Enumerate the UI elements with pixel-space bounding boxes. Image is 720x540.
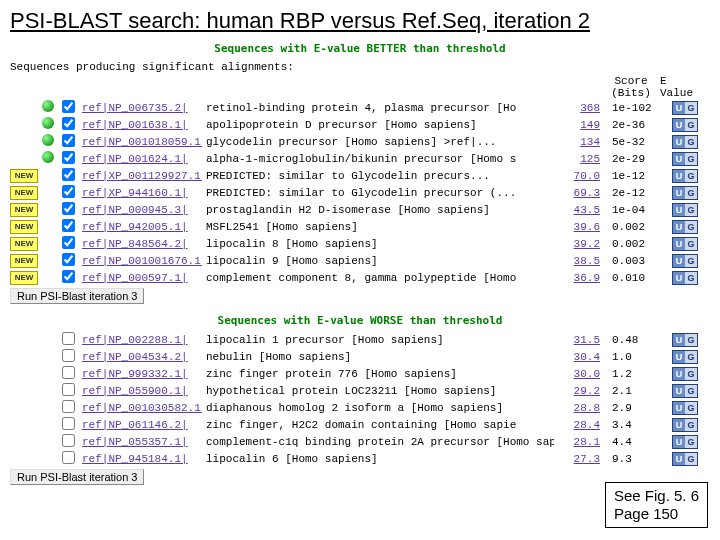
score-link[interactable]: 30.4: [558, 351, 608, 363]
evalue: 0.003: [612, 255, 668, 267]
run-iteration-button-2[interactable]: Run PSI-Blast iteration 3: [10, 469, 144, 485]
accession-link[interactable]: ref|NP_000597.1|: [82, 272, 202, 284]
accession-link[interactable]: ref|NP_004534.2|: [82, 351, 202, 363]
score-link[interactable]: 28.8: [558, 402, 608, 414]
score-link[interactable]: 28.1: [558, 436, 608, 448]
unigene-badge[interactable]: UG: [672, 169, 698, 183]
unigene-badge[interactable]: UG: [672, 101, 698, 115]
score-link[interactable]: 39.2: [558, 238, 608, 250]
score-link[interactable]: 134: [558, 136, 608, 148]
include-checkbox[interactable]: [62, 366, 75, 379]
unigene-badge[interactable]: UG: [672, 367, 698, 381]
score-link[interactable]: 39.6: [558, 221, 608, 233]
score-link[interactable]: 38.5: [558, 255, 608, 267]
include-checkbox[interactable]: [62, 270, 75, 283]
accession-link[interactable]: ref|XP_001129927.1|: [82, 170, 202, 182]
include-checkbox[interactable]: [62, 151, 75, 164]
unigene-badge[interactable]: UG: [672, 350, 698, 364]
include-checkbox[interactable]: [62, 117, 75, 130]
score-link[interactable]: 30.0: [558, 368, 608, 380]
unigene-badge[interactable]: UG: [672, 203, 698, 217]
accession-link[interactable]: ref|XP_944160.1|: [82, 187, 202, 199]
description: lipocalin 6 [Homo sapiens]: [206, 453, 554, 465]
unigene-badge[interactable]: UG: [672, 418, 698, 432]
evalue: 4.4: [612, 436, 668, 448]
hit-dot-icon: [42, 134, 54, 146]
include-checkbox[interactable]: [62, 185, 75, 198]
table-row: ref|NP_001030582.1|diaphanous homolog 2 …: [10, 399, 710, 416]
footnote-line2: Page 150: [614, 505, 699, 523]
evalue: 0.48: [612, 334, 668, 346]
score-link[interactable]: 28.4: [558, 419, 608, 431]
score-link[interactable]: 70.0: [558, 170, 608, 182]
include-checkbox[interactable]: [62, 400, 75, 413]
include-checkbox[interactable]: [62, 219, 75, 232]
accession-link[interactable]: ref|NP_848564.2|: [82, 238, 202, 250]
unigene-badge[interactable]: UG: [672, 452, 698, 466]
accession-link[interactable]: ref|NP_001018059.1|: [82, 136, 202, 148]
accession-link[interactable]: ref|NP_055900.1|: [82, 385, 202, 397]
unigene-badge[interactable]: UG: [672, 333, 698, 347]
unigene-badge[interactable]: UG: [672, 271, 698, 285]
accession-link[interactable]: ref|NP_001624.1|: [82, 153, 202, 165]
table-row: NEWref|NP_942005.1|MSFL2541 [Homo sapien…: [10, 218, 710, 235]
accession-link[interactable]: ref|NP_006735.2|: [82, 102, 202, 114]
score-link[interactable]: 125: [558, 153, 608, 165]
run-iteration-button[interactable]: Run PSI-Blast iteration 3: [10, 288, 144, 304]
include-checkbox[interactable]: [62, 383, 75, 396]
accession-link[interactable]: ref|NP_945184.1|: [82, 453, 202, 465]
accession-link[interactable]: ref|NP_999332.1|: [82, 368, 202, 380]
evalue: 2e-29: [612, 153, 668, 165]
section-better-header: Sequences with E-value BETTER than thres…: [0, 38, 720, 59]
unigene-badge[interactable]: UG: [672, 435, 698, 449]
accession-link[interactable]: ref|NP_001638.1|: [82, 119, 202, 131]
column-headers-2: (Bits) Value: [0, 87, 720, 99]
accession-link[interactable]: ref|NP_002288.1|: [82, 334, 202, 346]
accession-link[interactable]: ref|NP_942005.1|: [82, 221, 202, 233]
table-row: ref|NP_001018059.1|glycodelin precursor …: [10, 133, 710, 150]
evalue: 2.1: [612, 385, 668, 397]
accession-link[interactable]: ref|NP_001001676.1|: [82, 255, 202, 267]
unigene-badge[interactable]: UG: [672, 384, 698, 398]
include-checkbox[interactable]: [62, 349, 75, 362]
evalue: 0.002: [612, 221, 668, 233]
score-link[interactable]: 43.5: [558, 204, 608, 216]
include-checkbox[interactable]: [62, 417, 75, 430]
accession-link[interactable]: ref|NP_061146.2|: [82, 419, 202, 431]
include-checkbox[interactable]: [62, 236, 75, 249]
include-checkbox[interactable]: [62, 434, 75, 447]
evalue: 1.2: [612, 368, 668, 380]
include-checkbox[interactable]: [62, 202, 75, 215]
accession-link[interactable]: ref|NP_001030582.1|: [82, 402, 202, 414]
new-badge: NEW: [10, 220, 38, 234]
include-checkbox[interactable]: [62, 168, 75, 181]
score-link[interactable]: 27.3: [558, 453, 608, 465]
include-checkbox[interactable]: [62, 451, 75, 464]
unigene-badge[interactable]: UG: [672, 118, 698, 132]
new-badge: NEW: [10, 271, 38, 285]
score-link[interactable]: 36.9: [558, 272, 608, 284]
table-row: NEWref|XP_944160.1|PREDICTED: similar to…: [10, 184, 710, 201]
score-link[interactable]: 368: [558, 102, 608, 114]
unigene-badge[interactable]: UG: [672, 401, 698, 415]
accession-link[interactable]: ref|NP_000945.3|: [82, 204, 202, 216]
unigene-badge[interactable]: UG: [672, 220, 698, 234]
score-link[interactable]: 29.2: [558, 385, 608, 397]
score-link[interactable]: 69.3: [558, 187, 608, 199]
unigene-badge[interactable]: UG: [672, 152, 698, 166]
score-link[interactable]: 149: [558, 119, 608, 131]
table-row: NEWref|NP_000945.3|prostaglandin H2 D-is…: [10, 201, 710, 218]
unigene-badge[interactable]: UG: [672, 186, 698, 200]
table-row: NEWref|NP_000597.1|complement component …: [10, 269, 710, 286]
include-checkbox[interactable]: [62, 100, 75, 113]
unigene-badge[interactable]: UG: [672, 135, 698, 149]
unigene-badge[interactable]: UG: [672, 254, 698, 268]
include-checkbox[interactable]: [62, 253, 75, 266]
description: hypothetical protein LOC23211 [Homo sapi…: [206, 385, 554, 397]
unigene-badge[interactable]: UG: [672, 237, 698, 251]
accession-link[interactable]: ref|NP_055357.1|: [82, 436, 202, 448]
include-checkbox[interactable]: [62, 134, 75, 147]
evalue: 1e-04: [612, 204, 668, 216]
score-link[interactable]: 31.5: [558, 334, 608, 346]
include-checkbox[interactable]: [62, 332, 75, 345]
